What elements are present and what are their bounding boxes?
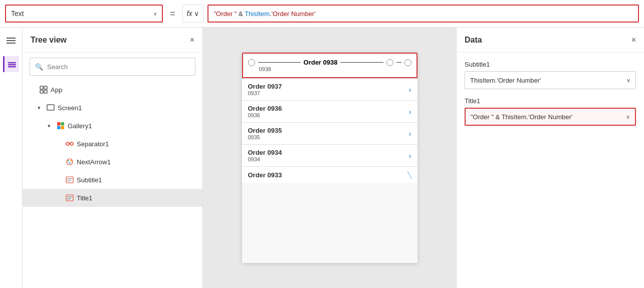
tree-body: App ▾ Screen1 ▾ Gallery1 [23,81,202,288]
arrow-icon: › [409,152,411,160]
gallery-selected-row[interactable]: Order 0938 0938 [242,53,417,78]
svg-rect-3 [40,86,43,89]
chevron-down-icon: ∨ [153,11,157,17]
gallery-selected-inner: Order 0938 [248,59,411,66]
data-panel-title: Data [465,36,482,45]
svg-point-17 [71,160,72,162]
subtitle1-label: Subtitle1 [77,176,102,184]
field-label-title1: Title1 [465,97,636,105]
nextarrow-icon [66,158,74,166]
separator-line2 [340,62,383,63]
arrow-icon-partial: ╲ [407,171,411,179]
separator-icon [66,140,74,148]
data-header: Data × [457,28,644,53]
svg-rect-19 [66,195,73,201]
subtitle-text-icon [66,176,74,184]
title1-value: "Order " & ThisItem.'Order Number' [471,113,572,121]
svg-point-14 [67,159,73,165]
svg-point-16 [69,162,71,164]
gallery-item-left: Order 0937 0937 [248,83,282,96]
canvas-inner: Order 0938 0938 Order 0937 0937 › Ord [242,53,417,263]
svg-rect-4 [44,86,47,89]
arrow-icon: › [409,86,411,94]
item-subtitle: 0936 [248,112,282,118]
subtitle1-value: ThisItem.'Order Number' [470,77,541,84]
subtitle1-dropdown[interactable]: ThisItem.'Order Number' ∨ [465,71,636,89]
item-title: Order 0933 [248,171,282,179]
svg-rect-5 [40,90,43,93]
tree-item-separator1[interactable]: Separator1 [23,135,202,153]
item-subtitle: 0937 [248,90,282,96]
tree-header: Tree view × [23,28,202,53]
hamburger-button[interactable] [3,33,19,49]
item-title: Order 0936 [248,105,282,112]
expand-icon: ▾ [38,105,44,111]
tree-item-subtitle1[interactable]: Subtitle1 [23,171,202,189]
svg-rect-11 [61,126,65,130]
selected-item-title: Order 0938 [304,59,338,66]
layers-icon [7,59,17,69]
svg-rect-6 [44,90,47,93]
expand-icon-gallery: ▾ [48,123,54,129]
formula-bar[interactable]: "Order " & ThisItem.'Order Number' [207,5,639,23]
selected-item-subtitle: 0938 [248,66,411,72]
gallery1-label: Gallery1 [68,122,92,130]
gallery-row-0936[interactable]: Order 0936 0936 › [242,100,417,122]
field-label-subtitle1: Subtitle1 [465,61,636,68]
screen1-label: Screen1 [58,104,82,112]
tree-item-nextarrow1[interactable]: NextArrow1 [23,153,202,171]
tree-panel: Tree view × 🔍 App ▾ [23,28,203,288]
tree-item-title1[interactable]: Title1 [23,189,202,207]
handle-left [248,59,255,66]
tree-panel-title: Tree view [31,36,67,45]
separator1-label: Separator1 [77,140,109,148]
field-group-title1: Title1 "Order " & ThisItem.'Order Number… [465,97,636,126]
item-subtitle: 0934 [248,156,282,162]
fx-button[interactable]: fx ∨ [182,5,204,23]
dropdown-value: Text [11,10,24,18]
gallery-item-left: Order 0935 0935 [248,127,282,140]
separator-line [258,62,301,63]
app-label: App [51,86,62,94]
chevron-down-title: ∨ [626,114,630,120]
fx-chevron-icon: ∨ [194,10,199,18]
formula-thisitem: ThisItem [245,10,270,18]
gallery-item-left: Order 0936 0936 [248,105,282,118]
svg-rect-0 [8,62,16,64]
title-text-icon [66,194,74,202]
tree-item-screen1[interactable]: ▾ Screen1 [23,99,202,117]
svg-point-12 [66,142,69,145]
search-input[interactable] [47,63,190,71]
formula-string-part: "Order " [213,10,239,18]
tree-close-button[interactable]: × [190,36,194,45]
arrow-icon: › [409,108,411,116]
gallery-row-0937[interactable]: Order 0937 0937 › [242,78,417,100]
svg-rect-9 [61,122,65,126]
title1-label: Title1 [77,194,92,202]
main-content: Tree view × 🔍 App ▾ [0,28,644,288]
svg-rect-2 [8,66,16,68]
nextarrow1-label: NextArrow1 [77,158,111,166]
gallery-item-left: Order 0934 0934 [248,149,282,162]
search-box: 🔍 [30,58,195,76]
gallery-item-left: Order 0933 [248,171,282,179]
gallery-row-0933[interactable]: Order 0933 ╲ [242,166,417,183]
gallery-row-0934[interactable]: Order 0934 0934 › [242,144,417,166]
property-dropdown[interactable]: Text ∨ [5,5,163,23]
layers-button[interactable] [3,56,19,72]
svg-point-15 [68,160,69,162]
data-close-button[interactable]: × [631,36,636,45]
app-icon [40,86,48,94]
tree-item-app[interactable]: App [23,81,202,99]
field-group-subtitle1: Subtitle1 ThisItem.'Order Number' ∨ [465,61,636,89]
title1-dropdown[interactable]: "Order " & ThisItem.'Order Number' ∨ [465,108,636,126]
arrow-icon: › [409,130,411,138]
svg-rect-8 [57,122,61,126]
svg-rect-18 [66,177,73,183]
gallery-row-0935[interactable]: Order 0935 0935 › [242,122,417,144]
handle-right [404,59,411,66]
data-panel: Data × Subtitle1 ThisItem.'Order Number'… [456,28,644,288]
tree-item-gallery1[interactable]: ▾ Gallery1 [23,117,202,135]
item-subtitle: 0935 [248,134,282,140]
equals-sign: = [167,9,178,19]
